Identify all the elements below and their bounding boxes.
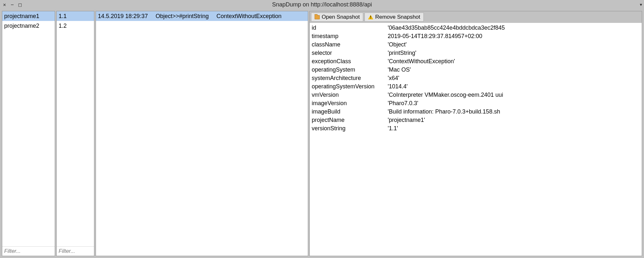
detail-key: imageBuild: [312, 107, 388, 116]
remove-snapshot-button[interactable]: Remove Snapshot: [365, 13, 424, 22]
detail-key: versionString: [312, 124, 388, 133]
project-item[interactable]: projectname2: [2, 21, 55, 31]
detail-value: 2019-05-14T18:29:37.814957+02:00: [388, 32, 482, 40]
versions-pane: 1.11.2: [56, 11, 94, 256]
detail-key: operatingSystemVersion: [312, 82, 388, 91]
detail-key: id: [312, 24, 388, 32]
detail-row: versionString'1.1': [312, 124, 640, 133]
detail-value: 'projectname1': [388, 116, 425, 124]
detail-value: 'Mac OS': [388, 65, 411, 74]
detail-row: imageBuild'Build information: Pharo-7.0.…: [312, 107, 640, 116]
detail-row: vmVersion'CoInterpreter VMMaker.oscog-ee…: [312, 91, 640, 99]
snapshot-row[interactable]: 14.5.2019 18:29:37Object>>#printStringCo…: [96, 11, 308, 21]
versions-filter-input[interactable]: [57, 246, 94, 256]
maximize-icon[interactable]: □: [17, 2, 23, 8]
window-title: SnapDump on http://localhost:8888/api: [272, 1, 372, 8]
detail-key: vmVersion: [312, 91, 388, 99]
detail-key: exceptionClass: [312, 57, 388, 65]
detail-key: operatingSystem: [312, 65, 388, 74]
detail-key: timestamp: [312, 32, 388, 40]
snapshot-exception: ContextWithoutException: [216, 12, 281, 20]
detail-row: className'Object': [312, 40, 640, 49]
project-item[interactable]: projectname1: [2, 11, 55, 21]
details-toolbar: Open Snapshot Remove Snapshot: [310, 11, 642, 23]
projects-pane: projectname1projectname2: [2, 11, 55, 256]
detail-key: className: [312, 40, 388, 49]
detail-value: 'printString': [388, 49, 416, 57]
detail-value: 'CoInterpreter VMMaker.oscog-eem.2401 uu…: [388, 91, 503, 99]
detail-value: 'x64': [388, 74, 399, 82]
version-item[interactable]: 1.2: [57, 21, 94, 31]
open-snapshot-label: Open Snapshot: [322, 14, 360, 20]
detail-row: operatingSystem'Mac OS': [312, 65, 640, 74]
snapshots-pane: 14.5.2019 18:29:37Object>>#printStringCo…: [96, 11, 308, 256]
detail-key: projectName: [312, 116, 388, 124]
detail-value: 'Build information: Pharo-7.0.3+build.15…: [388, 107, 500, 116]
folder-icon: [315, 15, 320, 19]
details-pane: Open Snapshot Remove Snapshot id'06ae43d…: [309, 11, 642, 256]
snapshots-list[interactable]: 14.5.2019 18:29:37Object>>#printStringCo…: [96, 11, 308, 256]
detail-key: systemArchitecture: [312, 74, 388, 82]
open-snapshot-button[interactable]: Open Snapshot: [311, 13, 363, 22]
window-controls: × − □: [2, 2, 23, 8]
detail-row: selector'printString': [312, 49, 640, 57]
titlebar: × − □ SnapDump on http://localhost:8888/…: [0, 0, 644, 9]
window: × − □ SnapDump on http://localhost:8888/…: [0, 0, 644, 258]
version-item[interactable]: 1.1: [57, 11, 94, 21]
detail-value: '1014.4': [388, 82, 408, 91]
detail-value: '1.1': [388, 124, 398, 133]
detail-row: exceptionClass'ContextWithoutException': [312, 57, 640, 65]
warning-icon: [368, 15, 373, 19]
versions-list[interactable]: 1.11.2: [57, 11, 94, 246]
window-body: projectname1projectname2 1.11.2 14.5.201…: [0, 9, 644, 258]
detail-row: projectName'projectname1': [312, 116, 640, 124]
detail-row: operatingSystemVersion'1014.4': [312, 82, 640, 91]
detail-value: 'Object': [388, 40, 407, 49]
detail-value: 'Pharo7.0.3': [388, 99, 418, 107]
minimize-icon[interactable]: −: [10, 2, 15, 8]
detail-value: 'ContextWithoutException': [388, 57, 455, 65]
detail-row: id'06ae43d35bab85cc424e4bddcbdca3ec2f845: [312, 24, 640, 32]
detail-row: systemArchitecture'x64': [312, 74, 640, 82]
detail-row: timestamp2019-05-14T18:29:37.814957+02:0…: [312, 32, 640, 40]
snapshot-timestamp: 14.5.2019 18:29:37: [98, 12, 148, 20]
details-body[interactable]: id'06ae43d35bab85cc424e4bddcbdca3ec2f845…: [310, 23, 642, 256]
detail-key: selector: [312, 49, 388, 57]
snapshot-method: Object>>#printString: [156, 12, 209, 20]
window-menu-icon[interactable]: ▾: [640, 2, 642, 7]
projects-list[interactable]: projectname1projectname2: [2, 11, 55, 246]
remove-snapshot-label: Remove Snapshot: [375, 14, 420, 20]
detail-row: imageVersion'Pharo7.0.3': [312, 99, 640, 107]
detail-key: imageVersion: [312, 99, 388, 107]
detail-value: '06ae43d35bab85cc424e4bddcbdca3ec2f845: [388, 24, 505, 32]
close-icon[interactable]: ×: [2, 2, 7, 8]
projects-filter-input[interactable]: [2, 246, 55, 256]
